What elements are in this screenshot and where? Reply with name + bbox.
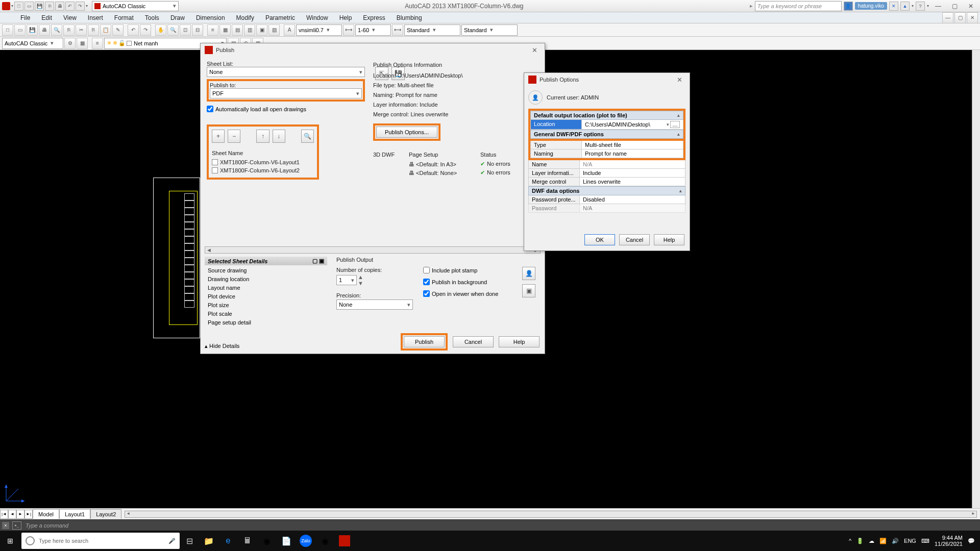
stamp-settings-icon[interactable]: 👤 [522,267,535,280]
tool-save-icon[interactable]: 💾 [27,24,38,36]
menu-blumbing[interactable]: Blumbing [391,13,427,23]
qat-new-icon[interactable]: □ [14,2,23,11]
autocad-task-icon[interactable] [335,531,354,551]
popts-sec-output[interactable]: Default output location (plot to file) [530,111,683,120]
tab-first-icon[interactable]: |◄ [0,510,8,519]
chrome-icon[interactable]: ◉ [257,531,277,551]
open-checkbox[interactable]: Open in viewer when done [423,290,522,297]
tool-preview-icon[interactable]: 🔍 [51,24,62,36]
bg-settings-icon[interactable]: ▣ [522,284,535,297]
stamp-checkbox[interactable]: Include plot stamp [423,267,522,273]
tool-match-icon[interactable]: ✎ [112,24,124,36]
popts-merge-row[interactable]: Merge controlLines overwrite [528,178,685,186]
menu-edit[interactable]: Edit [36,13,57,23]
moveup-sheet-icon[interactable]: ↑ [256,130,269,143]
popts-sec-dwfdata[interactable]: DWF data options [528,186,685,195]
popts-browse-icon[interactable]: … [670,121,680,128]
menu-draw[interactable]: Draw [165,13,190,23]
menu-view[interactable]: View [58,13,82,23]
popts-naming-row[interactable]: NamingPrompt for name [530,149,683,158]
annoscale-dropdown[interactable]: 1-60 [355,24,391,36]
bg-checkbox[interactable]: Publish in background [423,279,522,285]
tool-dim-icon[interactable]: ⟷ [343,24,354,36]
publishto-dropdown[interactable]: PDF [210,88,362,98]
precision-dropdown[interactable]: None [336,299,413,310]
workspace-dropdown[interactable]: AutoCAD Classic [2,38,63,49]
popts-pwprot-row[interactable]: Password prote...Disabled [528,195,685,204]
menu-tools[interactable]: Tools [140,13,164,23]
tool-open-icon[interactable]: ▭ [14,24,26,36]
tab-next-icon[interactable]: ► [16,510,24,519]
tool-dc-icon[interactable]: ▦ [219,24,231,36]
doc-close-icon[interactable]: ✕ [967,12,978,23]
tool-ssm-icon[interactable]: ▥ [244,24,255,36]
tool-qc-icon[interactable]: ▧ [268,24,280,36]
tab-model[interactable]: Model [33,509,59,519]
popts-type-row[interactable]: TypeMulti-sheet file [530,141,683,149]
edge-icon[interactable]: e [218,531,238,551]
start-button[interactable]: ⊞ [0,531,20,551]
dimstyle-dropdown[interactable]: Standard [404,24,460,36]
tool-tp-icon[interactable]: ▤ [232,24,243,36]
tool-cut-icon[interactable]: ✂ [76,24,87,36]
popts-name-row[interactable]: NameN/A [528,160,685,169]
windows-search-input[interactable]: Type here to search🎤 [21,533,180,549]
publish-cancel-button[interactable]: Cancel [453,336,494,347]
popts-cancel-button[interactable]: Cancel [619,234,650,245]
publish-help-button[interactable]: Help [499,336,540,347]
calc-icon[interactable]: 🖩 [238,531,257,551]
menu-format[interactable]: Format [109,13,139,23]
tool-zoom-icon[interactable]: 🔍 [167,24,179,36]
textstyle-dropdown[interactable]: vnsimli0.7 [296,24,342,36]
popts-sec-dwfpdf[interactable]: General DWF/PDF options [530,130,683,139]
add-sheet-icon[interactable]: + [212,130,225,143]
tab-layout1[interactable]: Layout1 [59,509,90,519]
cloud-icon[interactable]: ▲ [900,2,910,11]
publish-titlebar[interactable]: Publish ✕ [201,43,545,57]
tool-zoomp-icon[interactable]: ⊟ [192,24,203,36]
sheetlist-dropdown[interactable]: None [207,67,365,77]
popts-layer-row[interactable]: Layer informati...Include [528,169,685,178]
menu-parametric[interactable]: Parametric [260,13,300,23]
hscrollbar[interactable] [125,511,977,518]
tool-redo-icon[interactable]: ↷ [140,24,151,36]
vscrollbar[interactable] [972,50,980,519]
notepad-icon[interactable]: 📄 [277,531,296,551]
help-icon[interactable]: ? [916,2,925,11]
exchange-icon[interactable]: ✕ [889,2,898,11]
tray-volume-icon[interactable]: 🔊 [892,538,899,544]
qat-saveas-icon[interactable]: ⎘ [45,2,54,11]
tray-onedrive-icon[interactable]: ☁ [869,538,874,544]
popts-titlebar[interactable]: Publish Options ✕ [524,73,690,86]
publish-button[interactable]: Publish [404,336,445,347]
tool-undo-icon[interactable]: ↶ [128,24,139,36]
minimize-button[interactable]: — [931,1,945,11]
popts-help-button[interactable]: Help [654,234,684,245]
tab-prev-icon[interactable]: ◄ [8,510,16,519]
tool-paste-icon[interactable]: 📋 [100,24,111,36]
publish-options-button[interactable]: Publish Options... [376,127,437,138]
qat-save-icon[interactable]: 💾 [35,2,44,11]
qat-open-icon[interactable]: ▭ [24,2,34,11]
tool-plot-icon[interactable]: 🖶 [39,24,50,36]
sheet-row[interactable]: XMT1800F-Column-V6-Layout2 [212,166,314,174]
movedown-sheet-icon[interactable]: ↓ [273,130,285,143]
popts-ok-button[interactable]: OK [584,234,615,245]
menu-help[interactable]: Help [334,13,357,23]
workspace-selector[interactable]: AutoCAD Classic [92,1,179,11]
tool-text-icon[interactable]: A [284,24,295,36]
signin-icon[interactable]: 👤 [844,2,853,11]
cmdline-close-icon[interactable]: × [2,522,9,529]
command-line[interactable]: × ▸_ Type a command [0,519,980,531]
tool-zoomw-icon[interactable]: ⊡ [180,24,191,36]
tray-ime-icon[interactable]: ⌨ [921,538,929,544]
tray-notif-icon[interactable]: 💬 [968,538,975,544]
preview-sheet-icon[interactable]: 🔍 [301,130,314,143]
sheet-hscroll[interactable]: ◄► [205,246,541,254]
sheet-row[interactable]: XMT1800F-Column-V6-Layout1 [212,158,314,166]
tool-pan-icon[interactable]: ✋ [155,24,166,36]
ws-settings-icon[interactable]: ⚙ [64,38,76,49]
copies-input[interactable]: 1 [336,275,357,285]
doc-min-icon[interactable]: — [942,12,953,23]
tab-last-icon[interactable]: ►| [24,510,33,519]
